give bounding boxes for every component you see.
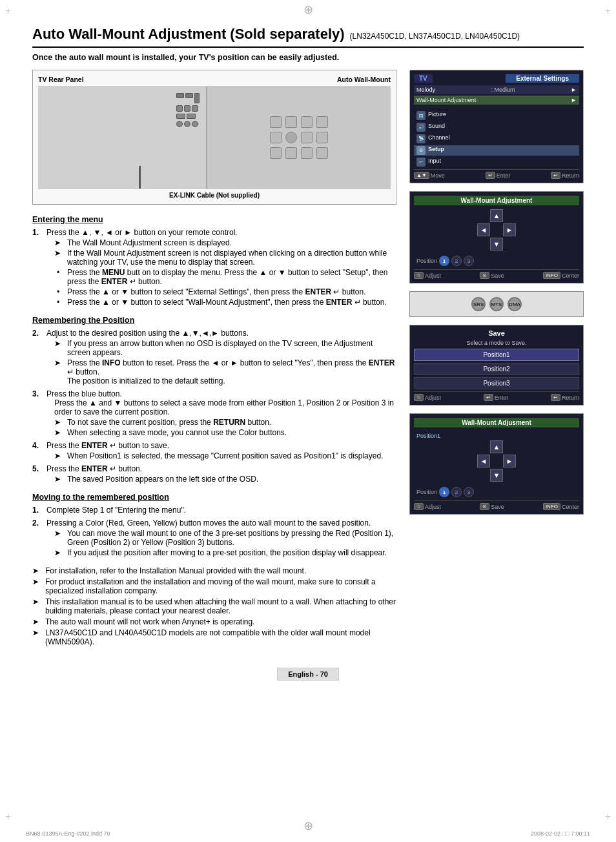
step-4-text: Press the ENTER ↵ button to save. [46,441,169,450]
position1-label: Position1 [414,431,579,440]
title-sub: (LN32A450C1D, LN37A450C1D, LN40A450C1D) [350,32,520,41]
remote-srs-btn[interactable]: SRS [471,297,486,311]
save-position3[interactable]: Position3 [414,377,579,389]
arrow-left-btn[interactable]: ◄ [477,223,490,236]
crosshair-top: ⊕ [303,3,313,17]
step-3-text: Press the blue button. [46,389,122,398]
note-1-text: For installation, refer to the Installat… [45,566,306,575]
sound-icon: 🔊 [416,123,426,132]
step-1: 1. Press the ▲, ▼, ◄ or ► button on your… [32,228,396,307]
pos-1-btn[interactable]: 1 [439,256,449,266]
diagram-image [38,86,391,189]
diagram-label-left: TV Rear Panel [38,76,84,83]
note-1: ➤ For installation, refer to the Install… [32,566,396,575]
arrow-right-btn[interactable]: ► [503,223,516,236]
setup-icon: ⚙ [416,146,426,155]
step-2-content: Adjust to the desired position using the… [46,329,396,385]
diagram-labels: TV Rear Panel Auto Wall-Mount [38,76,391,83]
arrow-down-btn[interactable]: ▼ [490,238,503,251]
step-1-sub2: ➤ If the Wall Mount Adjustment screen is… [46,249,396,267]
arrow-up-btn-2[interactable]: ▲ [490,440,503,453]
content-area: TV Rear Panel Auto Wall-Mount [32,70,584,648]
note-3-text: This installation manual is to be used w… [45,597,396,615]
move-step-2-sub1: ➤ You can move the wall mount to one of … [46,529,396,547]
pos-2-btn[interactable]: 2 [451,256,462,266]
wma2-arrows: ▲ ◄ ► ▼ [414,440,579,482]
wma-title: Wall-Mount Adjustment [414,196,579,205]
step-1-text: Press the ▲, ▼, ◄ or ► button on your re… [46,228,238,237]
remembering-list: 2. Adjust to the desired position using … [32,329,396,484]
page: + + ⊕ Auto Wall-Mount Adjustment (Sold s… [0,0,616,842]
position-display: Position 1 2 3 [416,256,474,266]
corner-mark-bl: + [5,811,11,823]
step-4-content: Press the ENTER ↵ button to save. ➤ When… [46,441,396,460]
bottom-right-text: 2008-02-02 □□ 7:00:11 [531,830,590,837]
step-2-num: 2. [32,329,43,385]
step-3: 3. Press the blue button. Press the ▲ an… [32,389,396,437]
note-3: ➤ This installation manual is to be used… [32,597,396,615]
step-1-bullet1: • Press the MENU butt on to display the … [46,268,396,286]
move-step-2: 2. Pressing a Color (Red, Green, Yellow)… [32,519,396,557]
save-position1[interactable]: Position1 [414,349,579,361]
step-4-num: 4. [32,441,43,460]
notes-section: ➤ For installation, refer to the Install… [32,566,396,646]
pos-3-btn-2[interactable]: 3 [464,487,474,497]
arrow-right-btn-2[interactable]: ► [503,455,516,467]
step-1-content: Press the ▲, ▼, ◄ or ► button on your re… [46,228,396,307]
main-title: Auto Wall-Mount Adjustment (Sold separat… [32,26,584,48]
step-1-sub1: ➤ The Wall Mount Adjustment screen is di… [46,238,396,247]
step-1-num: 1. [32,228,43,307]
footer-badge: English - 70 [277,668,339,681]
move-step-1-text: Complete Step 1 of "Entering the menu". [46,506,186,515]
arrow-up-btn[interactable]: ▲ [490,209,503,222]
corner-mark-tl: + [5,5,11,17]
wma2-mid-row: ◄ ► [477,455,516,467]
page-subtitle: Once the auto wall mount is installed, y… [32,53,584,62]
diagram-inner [39,87,390,189]
arrow-down-btn-2[interactable]: ▼ [490,469,503,482]
step-3-sub2: ➤ When selecting a save mode, you cannot… [46,428,396,437]
move-step-1: 1. Complete Step 1 of "Entering the menu… [32,506,396,515]
note-2-text: For product installation and the install… [45,577,396,595]
note-5-text: LN37A450C1D and LN40A450C1D models are n… [45,628,396,646]
corner-mark-br: + [605,811,611,823]
wma2-title: Wall-Mount Adjusment [414,418,579,427]
step-5-sub1: ➤ The saved Position appears on the left… [46,475,396,484]
bottom-left-text: BN68-01395A-Eng-0202.indd 70 [26,830,110,837]
step-5: 5. Press the ENTER ↵ button. ➤ The saved… [32,464,396,484]
ui-mockup-save: Save Select a mode to Save. Position1 Po… [409,325,584,406]
ui-mockup-wma: Wall-Mount Adjustment ▲ ◄ ► ▼ Position 1… [409,191,584,283]
step-2-sub1: ➤ If you press an arrow button when no O… [46,339,396,357]
melody-label: Melody [416,87,435,93]
wma-mid-row: ◄ ► [477,223,516,236]
pos-3-btn[interactable]: 3 [464,256,474,266]
step-4-sub1: ➤ When Position1 is selected, the messag… [46,451,396,460]
pos-2-btn-2[interactable]: 2 [451,487,462,497]
remote-mts-btn[interactable]: MTS [489,297,504,311]
save-bottom-bar: ☆ Adjust ↵ Enter ↩ Return [414,391,579,401]
section-entering-menu: Entering the menu [32,215,396,224]
remote-dma-btn[interactable]: DMA [508,297,522,311]
note-4-text: The auto wall mount will not work when A… [45,617,255,626]
ui-mockup-wma2: Wall-Mount Adjusment Position1 ▲ ◄ ► ▼ P… [409,413,584,515]
diagram-label-right: Auto Wall-Mount [337,76,391,83]
step-3-sub1: ➤ To not save the current position, pres… [46,418,396,427]
step-3-indent: Press the ▲ and ▼ buttons to select a sa… [46,398,396,416]
move-step-2-content: Pressing a Color (Red, Green, Yellow) bu… [46,519,396,557]
external-settings-title: External Settings [506,74,579,83]
save-title: Save [414,329,579,337]
wma-arrows: ▲ ◄ ► ▼ [414,209,579,251]
move-step-1-content: Complete Step 1 of "Entering the menu". [46,506,396,515]
title-main: Auto Wall-Mount Adjustment (Sold separat… [32,26,345,43]
step-3-num: 3. [32,389,43,437]
footer-area: English - 70 [32,668,584,681]
arrow-left-btn-2[interactable]: ◄ [477,455,490,467]
input-icon: ↩ [416,158,426,167]
melody-value: : Medium [491,87,515,93]
pos-1-btn-2[interactable]: 1 [439,487,449,497]
save-subtitle: Select a mode to Save. [414,340,579,346]
save-position2[interactable]: Position2 [414,363,579,375]
wma-bottom-bar: ☆ Adjust ⊙ Save INFO Center [414,269,579,279]
step-2-sub2: ➤ Press the INFO button to reset. Press … [46,358,396,385]
move-step-1-num: 1. [32,506,43,515]
